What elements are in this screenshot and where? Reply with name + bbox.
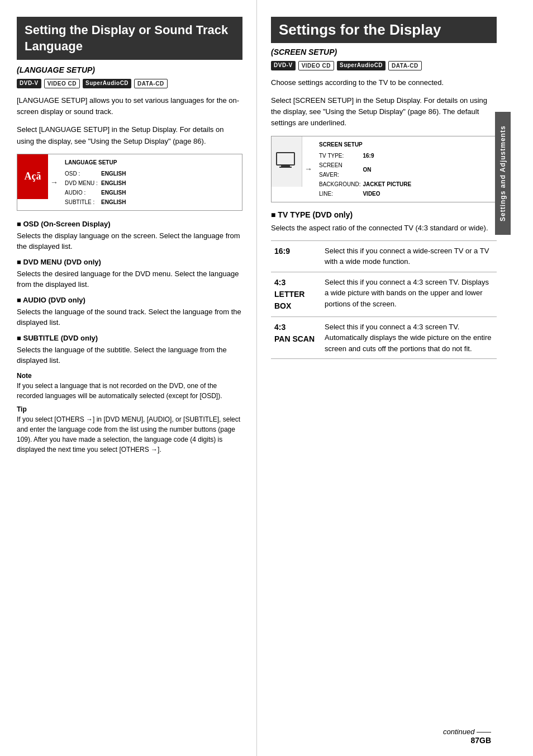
svg-rect-1: [281, 165, 290, 167]
right-menu-value-2: JACKET PICTURE: [363, 179, 492, 189]
tv-options-table: 16:9 Select this if you connect a wide-s…: [271, 240, 497, 360]
right-intro1: Choose settings according to the TV to b…: [271, 77, 497, 88]
subsection-subtitle-head: SUBTITLE (DVD only): [17, 334, 242, 342]
vertical-tab: Settings and Adjustments: [495, 112, 511, 235]
right-badge-videocd: VIDEO CD: [298, 61, 334, 70]
right-title: Settings for the Display: [271, 17, 497, 43]
subsection-osd-head: OSD (On-Screen Display): [17, 220, 242, 228]
tv-option-panscan-desc: Select this if you connect a 4:3 screen …: [321, 316, 497, 359]
svg-rect-2: [279, 167, 292, 168]
right-menu-value-1: ON: [363, 160, 492, 179]
subsection-osd-text: Selects the display language on the scre…: [17, 230, 242, 252]
menu-row-2: AUDIO : ENGLISH: [65, 188, 237, 197]
badge-videocd: VIDEO CD: [44, 79, 80, 88]
right-menu-value-3: VIDEO: [363, 189, 492, 199]
left-title: Setting the Display or Sound Track Langu…: [17, 17, 242, 60]
footer: continued —— 87GB: [443, 727, 491, 745]
right-menu-label-1: SCREEN SAVER:: [319, 160, 363, 179]
left-intro1: [LANGUAGE SETUP] allows you to set vario…: [17, 95, 242, 117]
right-menu-row-0: TV TYPE: 16:9: [319, 151, 492, 160]
tv-option-169: 16:9 Select this if you connect a wide-s…: [271, 240, 497, 272]
right-badge-row: DVD-V VIDEO CD SuperAudioCD DATA-CD: [271, 61, 497, 70]
menu-header-left: LANGUAGE SETUP: [65, 158, 237, 167]
right-menu-table: TV TYPE: 16:9 SCREEN SAVER: ON BACKGROUN…: [319, 151, 492, 199]
left-badge-row: DVD-V VIDEO CD SuperAudioCD DATA-CD: [17, 79, 242, 88]
right-menu-label-2: BACKGROUND:: [319, 179, 363, 189]
menu-icon-left: Açã: [17, 154, 48, 199]
right-intro2: Select [SCREEN SETUP] in the Setup Displ…: [271, 95, 497, 129]
right-menu-header: SCREEN SETUP: [319, 140, 492, 149]
tip-text: If you select [OTHERS →] in [DVD MENU], …: [17, 414, 242, 455]
tv-option-letterbox-label: 4:3 LETTER BOX: [271, 272, 321, 316]
tv-option-letterbox-desc: Select this if you connect a 4:3 screen …: [321, 272, 497, 316]
right-menu-row-1: SCREEN SAVER: ON: [319, 160, 492, 179]
right-menu-value-0: 16:9: [363, 151, 492, 160]
right-badge-datacd: DATA-CD: [388, 61, 422, 70]
right-menu-content: SCREEN SETUP TV TYPE: 16:9 SCREEN SAVER:…: [315, 136, 496, 202]
menu-label-0: OSD :: [65, 169, 101, 178]
menu-label-1: DVD MENU :: [65, 178, 101, 188]
subsection-dvdmenu-text: Selects the desired language for the DVD…: [17, 268, 242, 290]
badge-superaudio: SuperAudioCD: [83, 79, 131, 88]
menu-value-0: ENGLISH: [101, 169, 237, 178]
menu-table-left: OSD : ENGLISH DVD MENU : ENGLISH AUDIO :…: [65, 169, 237, 207]
subsection-dvdmenu-head: DVD MENU (DVD only): [17, 258, 242, 266]
menu-content-left: LANGUAGE SETUP OSD : ENGLISH DVD MENU : …: [60, 154, 242, 210]
continued-text: continued ——: [443, 727, 491, 736]
right-subtitle: (SCREEN SETUP): [271, 48, 497, 56]
tv-type-head: TV TYPE (DVD only): [271, 210, 497, 219]
menu-value-3: ENGLISH: [101, 197, 237, 207]
left-subtitle: (LANGUAGE SETUP): [17, 65, 242, 74]
right-menu-row-2: BACKGROUND: JACKET PICTURE: [319, 179, 492, 189]
right-column: Settings for the Display (SCREEN SETUP) …: [257, 0, 511, 756]
right-menu-screenshot: → SCREEN SETUP TV TYPE: 16:9 SCREEN SAVE…: [271, 136, 497, 202]
badge-datacd: DATA-CD: [134, 79, 168, 88]
menu-icon-text: Açã: [25, 171, 41, 182]
subsection-subtitle-text: Selects the language of the subtitle. Se…: [17, 344, 242, 366]
menu-row-0: OSD : ENGLISH: [65, 169, 237, 178]
menu-value-1: ENGLISH: [101, 178, 237, 188]
page-number: 87GB: [443, 736, 491, 745]
right-menu-row-3: LINE: VIDEO: [319, 189, 492, 199]
svg-rect-0: [277, 153, 294, 165]
right-badge-superaudio: SuperAudioCD: [337, 61, 386, 70]
menu-arrow-left: →: [48, 173, 60, 191]
left-column: Setting the Display or Sound Track Langu…: [0, 0, 257, 756]
badge-dvdv: DVD-V: [17, 79, 41, 88]
tv-option-panscan-label: 4:3 PAN SCAN: [271, 316, 321, 359]
right-menu-label-3: LINE:: [319, 189, 363, 199]
subsection-audio-head: AUDIO (DVD only): [17, 296, 242, 304]
tv-option-panscan: 4:3 PAN SCAN Select this if you connect …: [271, 316, 497, 359]
menu-label-3: SUBTITLE :: [65, 197, 101, 207]
note-head: Note: [17, 372, 242, 380]
subsection-audio-text: Selects the language of the sound track.…: [17, 306, 242, 328]
right-menu-icon: [272, 136, 302, 187]
menu-label-2: AUDIO :: [65, 188, 101, 197]
right-badge-dvdv: DVD-V: [271, 61, 296, 70]
tip-head: Tip: [17, 405, 242, 413]
left-intro2: Select [LANGUAGE SETUP] in the Setup Dis…: [17, 124, 242, 147]
menu-value-2: ENGLISH: [101, 188, 237, 197]
continued-label: continued: [443, 727, 474, 736]
tv-option-letterbox: 4:3 LETTER BOX Select this if you connec…: [271, 272, 497, 316]
right-menu-label-0: TV TYPE:: [319, 151, 363, 160]
right-menu-arrow: →: [302, 160, 315, 178]
monitor-icon: [275, 152, 298, 172]
menu-row-1: DVD MENU : ENGLISH: [65, 178, 237, 188]
tv-option-169-label: 16:9: [271, 240, 321, 272]
tv-type-intro: Selects the aspect ratio of the connecte…: [271, 223, 497, 234]
page: Setting the Display or Sound Track Langu…: [0, 0, 533, 756]
note-text: If you select a language that is not rec…: [17, 381, 242, 401]
menu-row-3: SUBTITLE : ENGLISH: [65, 197, 237, 207]
tv-option-169-desc: Select this if you connect a wide-screen…: [321, 240, 497, 272]
left-menu-screenshot: Açã → LANGUAGE SETUP OSD : ENGLISH DVD M…: [17, 154, 242, 211]
continued-dash: ——: [477, 727, 491, 736]
